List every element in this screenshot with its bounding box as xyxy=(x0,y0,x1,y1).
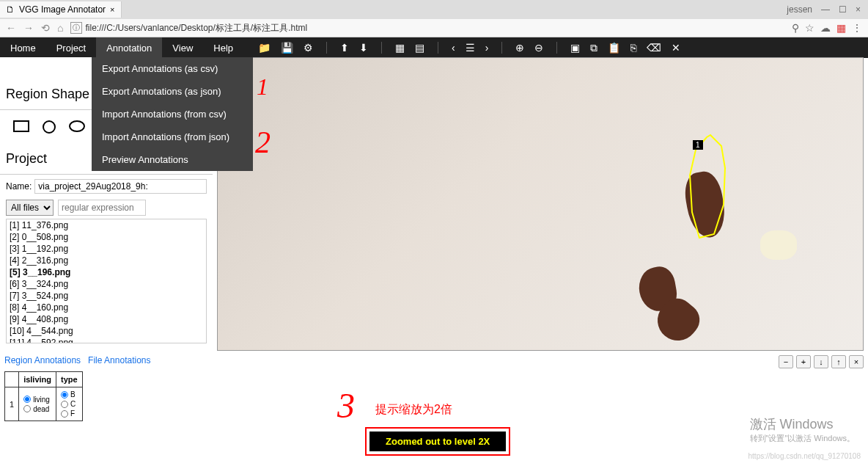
panel-down-button[interactable]: ↓ xyxy=(814,355,828,368)
delete-icon[interactable]: ⌫ xyxy=(647,42,661,54)
save-icon[interactable]: 💾 xyxy=(281,42,293,54)
back-icon[interactable]: ← xyxy=(6,22,16,34)
region-polygon[interactable] xyxy=(674,131,747,249)
list-item[interactable]: [6] 3__324.png xyxy=(7,278,206,290)
tab-title: VGG Image Annotator xyxy=(19,4,106,15)
col-id xyxy=(5,372,19,387)
panel-up-button[interactable]: ↑ xyxy=(831,355,846,368)
bottom-panel: Region Annotations File Annotations − + … xyxy=(4,355,864,421)
forward-icon[interactable]: → xyxy=(23,22,34,34)
radio-dead[interactable] xyxy=(23,405,31,412)
download-icon[interactable]: ⬇ xyxy=(359,42,368,54)
menu-annotation[interactable]: Annotation xyxy=(96,37,162,58)
menu-help[interactable]: Help xyxy=(203,37,243,58)
select-all-icon[interactable]: ▣ xyxy=(570,42,580,54)
app-menubar: Home Project Annotation View Help 📁 💾 ⚙ … xyxy=(0,37,868,58)
annotate-icon[interactable]: ▤ xyxy=(415,42,424,54)
user-name: jessen xyxy=(787,4,812,15)
svg-marker-0 xyxy=(690,135,725,238)
menu-icon[interactable]: ⋮ xyxy=(852,22,862,34)
export-json[interactable]: Export Annotations (as json) xyxy=(92,80,253,103)
toolbar: 📁 💾 ⚙ ⬆ ⬇ ▦ ▤ ‹ ☰ › ⊕ ⊖ ▣ ⧉ 📋 ⎘ ⌫ ✕ xyxy=(258,42,680,54)
zoom-in-icon[interactable]: ⊕ xyxy=(515,42,524,54)
zoom-toast-text: Zoomed out to level 2X xyxy=(369,432,506,451)
annotation-dropdown: Export Annotations (as csv) Export Annot… xyxy=(92,57,253,171)
tab-file-annotations[interactable]: File Annotations xyxy=(88,355,150,365)
region-label: 1 xyxy=(693,140,703,150)
radio-c[interactable] xyxy=(61,401,68,408)
csdn-watermark: https://blog.csdn.net/qq_91270108 xyxy=(749,452,861,460)
zoom-toast: Zoomed out to level 2X xyxy=(365,427,510,456)
upload-icon[interactable]: ⬆ xyxy=(340,42,349,54)
next-icon[interactable]: › xyxy=(485,42,489,54)
col-type: type xyxy=(56,372,83,387)
list-item[interactable]: [2] 0__508.png xyxy=(7,231,206,243)
gear-icon[interactable]: ⚙ xyxy=(304,42,313,54)
close-tab-icon[interactable]: × xyxy=(110,5,114,14)
list-item[interactable]: [8] 4__160.png xyxy=(7,302,206,313)
ellipse-shape-icon[interactable] xyxy=(69,120,85,132)
windows-watermark: 激活 Windows 转到"设置"以激活 Windows。 xyxy=(750,415,856,444)
file-filter-select[interactable]: All files xyxy=(6,200,54,216)
panel-buttons: − + ↓ ↑ × xyxy=(779,355,864,368)
export-csv[interactable]: Export Annotations (as csv) xyxy=(92,57,253,80)
list-icon[interactable]: ☰ xyxy=(466,42,475,54)
image-canvas[interactable]: 1 xyxy=(217,57,864,351)
radio-f[interactable] xyxy=(61,410,68,418)
circle-shape-icon[interactable] xyxy=(43,120,56,134)
url-text: file:///C:/Users/vanlance/Desktop/标注工具/标… xyxy=(85,22,307,34)
paste-icon[interactable]: 📋 xyxy=(608,42,620,54)
import-json[interactable]: Import Annotations (from json) xyxy=(92,125,253,148)
window-controls: jessen — ☐ × xyxy=(787,4,861,15)
maximize-icon[interactable]: ☐ xyxy=(839,4,847,15)
page-icon: 🗋 xyxy=(6,4,15,15)
extension-icon[interactable]: ▦ xyxy=(836,22,846,34)
paste-region-icon[interactable]: ⎘ xyxy=(630,42,636,54)
list-item[interactable]: [4] 2__316.png xyxy=(7,255,206,266)
list-item[interactable]: [10] 4__544.png xyxy=(7,325,206,337)
list-item[interactable]: [1] 11_376.png xyxy=(7,219,206,231)
list-item[interactable]: [7] 3__524.png xyxy=(7,290,206,302)
close-window-icon[interactable]: × xyxy=(856,4,861,15)
menu-project[interactable]: Project xyxy=(46,37,96,58)
list-item[interactable]: [11] 4__592.png xyxy=(7,337,206,343)
zoom-out-icon[interactable]: ⊖ xyxy=(534,42,543,54)
name-label: Name: xyxy=(6,181,32,192)
panel-plus-button[interactable]: + xyxy=(796,355,811,368)
prev-icon[interactable]: ‹ xyxy=(452,42,455,54)
menu-home[interactable]: Home xyxy=(0,37,46,58)
attribute-table: isliving type 1 living dead B C F xyxy=(4,371,83,421)
minimize-icon[interactable]: — xyxy=(821,4,830,15)
url-field[interactable]: ⓘ file:///C:/Users/vanlance/Desktop/标注工具… xyxy=(70,22,784,34)
blob xyxy=(760,230,797,260)
panel-minus-button[interactable]: − xyxy=(779,355,793,368)
link-icon[interactable]: ⚲ xyxy=(792,22,799,34)
close-icon[interactable]: ✕ xyxy=(672,42,680,54)
rect-shape-icon[interactable] xyxy=(13,120,29,132)
table-row[interactable]: 1 living dead B C F xyxy=(5,387,83,421)
import-csv[interactable]: Import Annotations (from csv) xyxy=(92,103,253,125)
list-item[interactable]: [3] 1__192.png xyxy=(7,243,206,255)
grid-icon[interactable]: ▦ xyxy=(395,42,405,54)
reload-icon[interactable]: ⟲ xyxy=(41,22,50,34)
regex-filter-input[interactable] xyxy=(58,200,146,216)
browser-tab[interactable]: 🗋 VGG Image Annotator × xyxy=(0,1,122,18)
project-name-input[interactable] xyxy=(34,179,207,194)
file-list[interactable]: [1] 11_376.png[2] 0__508.png[3] 1__192.p… xyxy=(6,219,207,343)
panel-close-button[interactable]: × xyxy=(849,355,864,368)
star-icon[interactable]: ☆ xyxy=(805,22,814,34)
preview[interactable]: Preview Annotations xyxy=(92,148,253,171)
list-item[interactable]: [9] 4__408.png xyxy=(7,313,206,325)
menu-view[interactable]: View xyxy=(162,37,203,58)
tab-region-annotations[interactable]: Region Annotations xyxy=(4,355,81,365)
browser-chrome: 🗋 VGG Image Annotator × jessen — ☐ × ← →… xyxy=(0,0,868,37)
cloud-icon[interactable]: ☁ xyxy=(820,22,831,34)
home-icon[interactable]: ⌂ xyxy=(57,22,63,34)
row-id: 1 xyxy=(5,387,19,421)
folder-icon[interactable]: 📁 xyxy=(258,42,271,54)
list-item[interactable]: [5] 3__196.png xyxy=(7,266,206,278)
radio-b[interactable] xyxy=(61,391,68,398)
copy-icon[interactable]: ⧉ xyxy=(590,42,597,54)
radio-living[interactable] xyxy=(23,396,31,403)
info-icon[interactable]: ⓘ xyxy=(70,22,82,34)
